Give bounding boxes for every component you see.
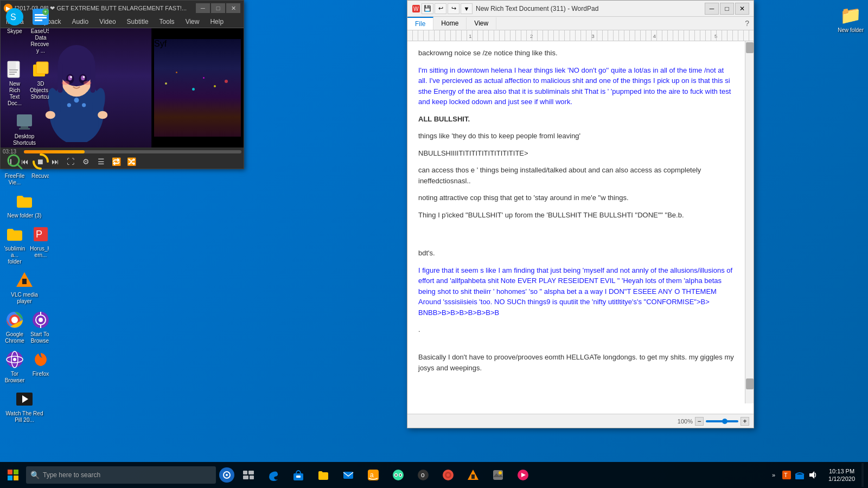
- vlc-next-button[interactable]: ⏭: [48, 156, 62, 168]
- desktop-icon-subliminal[interactable]: 'sublimina... folder: [2, 222, 27, 267]
- wordpad-maximize-button[interactable]: □: [720, 3, 734, 15]
- taskbar-app-mail[interactable]: [336, 463, 360, 487]
- task-view-button[interactable]: [238, 464, 259, 486]
- desktop-icon-recuva[interactable]: Recuva: [28, 149, 49, 188]
- taskbar-app-tripadvisor[interactable]: [386, 463, 410, 487]
- taskbar-app-unknown[interactable]: o: [411, 463, 435, 487]
- desktop-icon-tor-browser[interactable]: Tor Browser: [2, 347, 27, 386]
- start-button[interactable]: [0, 462, 26, 488]
- vlc-menu-view[interactable]: View: [182, 17, 203, 27]
- desktop-icon-google-chrome[interactable]: Google Chrome: [2, 307, 27, 346]
- cortana-button[interactable]: [216, 464, 238, 486]
- wordpad-tab-home[interactable]: Home: [433, 17, 467, 29]
- desktop-icon-firefox[interactable]: Firefox: [28, 347, 49, 386]
- desktop-icon-freefileview[interactable]: FreeFileVie...: [2, 149, 27, 188]
- subliminal-folder-icon: [4, 223, 25, 245]
- wordpad-tab-view[interactable]: View: [467, 17, 496, 29]
- svg-point-6: [59, 48, 94, 68]
- vlc-menu-audio[interactable]: Audio: [68, 17, 92, 27]
- wordpad-customize-button[interactable]: ▼: [461, 3, 473, 14]
- desktop-shortcuts-icon: [14, 111, 35, 133]
- browser-icon: [442, 469, 454, 481]
- taskbar-app-browser[interactable]: [436, 463, 460, 487]
- taskbar-search-bar[interactable]: 🔍 Type here to search: [26, 466, 216, 484]
- vlc-progress-bar[interactable]: [24, 150, 241, 153]
- new-folder-label: New folder: [838, 27, 864, 34]
- taskbar-app-vlc-task[interactable]: [461, 463, 485, 487]
- wordpad-para-7: noting attractive cop thisg that get to …: [418, 192, 734, 203]
- wordpad-tab-file[interactable]: File: [407, 17, 433, 30]
- taskbar-clock[interactable]: 10:13 PM 1/12/2020: [824, 467, 859, 483]
- easeus-icon: +: [30, 6, 49, 28]
- vlc-menu-tools[interactable]: Tools: [156, 17, 178, 27]
- desktop-icon-new-folder-3[interactable]: New folder (3): [2, 189, 47, 221]
- vlc-loop-button[interactable]: 🔁: [109, 156, 123, 168]
- cortana-icon: [219, 467, 234, 483]
- edge-icon: [267, 469, 279, 481]
- svg-point-14: [84, 81, 92, 85]
- desktop-icon-horus[interactable]: P Horus_Hern...: [28, 222, 49, 267]
- horus-label: Horus_Hern...: [30, 246, 49, 259]
- google-chrome-icon: [4, 309, 25, 331]
- wordpad-minimize-button[interactable]: ─: [705, 3, 719, 15]
- vlc-close-button[interactable]: ✕: [226, 3, 240, 13]
- vlc-minimize-button[interactable]: ─: [196, 3, 210, 13]
- taskbar-app-files[interactable]: [311, 463, 335, 487]
- zoom-in-button[interactable]: +: [741, 417, 749, 426]
- vlc-menu-subtitle[interactable]: Subtitle: [124, 17, 152, 27]
- vlc-random-button[interactable]: 🔀: [124, 156, 138, 168]
- svg-rect-78: [250, 476, 254, 479]
- desktop-icon-skype[interactable]: S Skype: [2, 4, 27, 56]
- desktop-icon-vlc-media[interactable]: VLC media player: [2, 268, 47, 306]
- vlc-city-overlay: Syf: [151, 28, 244, 147]
- system-tray: T: [777, 470, 822, 480]
- vlc-menu-video[interactable]: Video: [96, 17, 119, 27]
- taskbar-app-amazon[interactable]: a: [361, 463, 385, 487]
- desktop-icon-3d-objects[interactable]: 3D Objects - Shortcut: [28, 57, 49, 108]
- taskbar-show-more[interactable]: »: [772, 472, 775, 478]
- vlc-taskbar-icon: [467, 469, 479, 481]
- wordpad-redo-button[interactable]: ↪: [448, 3, 459, 14]
- taskbar-app-edge[interactable]: [261, 463, 285, 487]
- svg-rect-46: [22, 279, 27, 284]
- wordpad-scrollbar[interactable]: [745, 41, 754, 403]
- svg-rect-32: [9, 69, 18, 70]
- wordpad-para-5: NBULLSHIIIITITITITITITITITITITE>: [418, 148, 734, 159]
- volume-icon[interactable]: [808, 470, 818, 480]
- new-folder-desktop-icon[interactable]: 📁 New folder: [838, 4, 864, 34]
- show-desktop-button[interactable]: [861, 463, 864, 487]
- desktop-icon-desktop-shortcuts[interactable]: Desktop Shortcuts: [2, 110, 47, 148]
- taskbar-app-media2[interactable]: [511, 463, 535, 487]
- wordpad-help-button[interactable]: ?: [741, 17, 754, 30]
- desktop-icon-start-tor[interactable]: Start Tor Browser: [28, 307, 49, 346]
- 3d-objects-icon: [30, 59, 49, 80]
- svg-point-93: [446, 473, 450, 477]
- wordpad-para-9: bdt's.: [418, 248, 734, 259]
- file-explorer-icon: [317, 469, 329, 481]
- svg-rect-72: [14, 476, 18, 480]
- desktop-icon-easeus[interactable]: + EaseUS Data Recovery ...: [28, 4, 49, 56]
- vlc-playlist-button[interactable]: ☰: [94, 156, 108, 168]
- svg-rect-38: [21, 126, 28, 128]
- svg-point-58: [13, 358, 16, 361]
- svg-rect-33: [9, 72, 17, 73]
- wordpad-text-content[interactable]: backrowng noice se /ze notice thing like…: [407, 41, 745, 403]
- vlc-menu-help[interactable]: Help: [207, 17, 227, 27]
- wordpad-close-button[interactable]: ✕: [735, 3, 749, 15]
- wordpad-save-button[interactable]: 💾: [422, 3, 433, 14]
- zoom-out-button[interactable]: −: [695, 417, 704, 426]
- zoom-slider[interactable]: [706, 420, 738, 422]
- tor-browser-label: Tor Browser: [4, 371, 25, 384]
- vlc-fullscreen-button[interactable]: ⛶: [63, 156, 78, 168]
- wordpad-undo-button[interactable]: ↩: [435, 3, 446, 14]
- taskbar-app-photos[interactable]: [486, 463, 510, 487]
- vlc-extended-button[interactable]: ⚙: [79, 156, 93, 168]
- taskbar-app-store[interactable]: [286, 463, 310, 487]
- mail-icon: [342, 469, 354, 481]
- vlc-maximize-button[interactable]: □: [211, 3, 225, 13]
- svg-text:T: T: [784, 472, 788, 478]
- firefox-icon: [30, 349, 49, 370]
- desktop-icon-watch-red-pill[interactable]: Watch The Red Pill 20...: [2, 387, 47, 425]
- desktop-icon-new-rich-text[interactable]: New Rich Text Doc...: [2, 57, 27, 108]
- svg-rect-34: [9, 74, 15, 75]
